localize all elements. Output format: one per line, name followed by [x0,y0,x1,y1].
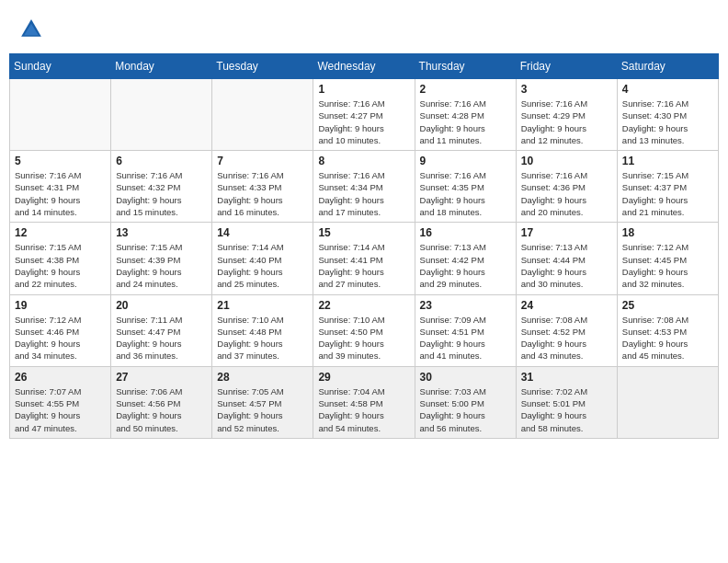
day-info: Sunrise: 7:11 AM Sunset: 4:47 PM Dayligh… [116,314,207,362]
day-info: Sunrise: 7:16 AM Sunset: 4:31 PM Dayligh… [15,169,106,218]
day-number: 30 [420,371,511,384]
calendar-cell: 4Sunrise: 7:16 AM Sunset: 4:30 PM Daylig… [617,79,718,151]
day-number: 12 [15,226,106,239]
day-info: Sunrise: 7:16 AM Sunset: 4:30 PM Dayligh… [622,98,713,146]
day-info: Sunrise: 7:16 AM Sunset: 4:29 PM Dayligh… [521,98,612,146]
calendar-cell: 19Sunrise: 7:12 AM Sunset: 4:46 PM Dayli… [10,294,111,366]
calendar-cell: 1Sunrise: 7:16 AM Sunset: 4:27 PM Daylig… [313,79,415,151]
calendar-cell: 25Sunrise: 7:08 AM Sunset: 4:53 PM Dayli… [617,294,718,366]
col-header-saturday: Saturday [617,54,718,79]
day-info: Sunrise: 7:07 AM Sunset: 4:55 PM Dayligh… [15,385,106,434]
day-info: Sunrise: 7:15 AM Sunset: 4:39 PM Dayligh… [116,241,207,290]
day-number: 10 [521,155,612,167]
day-info: Sunrise: 7:10 AM Sunset: 4:50 PM Dayligh… [318,314,409,362]
day-number: 3 [521,83,612,96]
calendar-cell: 6Sunrise: 7:16 AM Sunset: 4:32 PM Daylig… [111,151,212,223]
day-number: 29 [318,371,409,384]
day-info: Sunrise: 7:10 AM Sunset: 4:48 PM Dayligh… [217,314,308,362]
day-info: Sunrise: 7:16 AM Sunset: 4:28 PM Dayligh… [420,98,511,146]
day-info: Sunrise: 7:04 AM Sunset: 4:58 PM Dayligh… [318,385,409,434]
day-number: 28 [217,371,308,384]
day-info: Sunrise: 7:14 AM Sunset: 4:41 PM Dayligh… [318,241,409,290]
logo-icon [18,17,44,42]
day-number: 2 [420,83,511,96]
calendar-cell: 17Sunrise: 7:13 AM Sunset: 4:44 PM Dayli… [516,223,617,294]
day-number: 11 [622,155,713,167]
day-number: 14 [217,226,308,239]
calendar-cell: 18Sunrise: 7:12 AM Sunset: 4:45 PM Dayli… [617,223,718,294]
calendar-week-row: 26Sunrise: 7:07 AM Sunset: 4:55 PM Dayli… [10,366,719,438]
day-info: Sunrise: 7:06 AM Sunset: 4:56 PM Dayligh… [116,385,207,434]
day-number: 4 [622,83,713,96]
day-number: 22 [318,299,409,312]
day-info: Sunrise: 7:15 AM Sunset: 4:37 PM Dayligh… [622,169,713,218]
day-info: Sunrise: 7:16 AM Sunset: 4:35 PM Dayligh… [420,169,511,218]
calendar-cell: 3Sunrise: 7:16 AM Sunset: 4:29 PM Daylig… [516,79,617,151]
day-number: 18 [622,226,713,239]
col-header-friday: Friday [516,54,617,79]
calendar-cell: 13Sunrise: 7:15 AM Sunset: 4:39 PM Dayli… [111,223,212,294]
day-info: Sunrise: 7:16 AM Sunset: 4:32 PM Dayligh… [116,169,207,218]
day-number: 27 [116,371,207,384]
calendar-cell: 14Sunrise: 7:14 AM Sunset: 4:40 PM Dayli… [212,223,313,294]
col-header-sunday: Sunday [10,54,111,79]
calendar-cell: 2Sunrise: 7:16 AM Sunset: 4:28 PM Daylig… [415,79,516,151]
day-number: 23 [420,299,511,312]
day-number: 7 [217,155,308,167]
calendar-cell [111,79,212,151]
calendar-week-row: 5Sunrise: 7:16 AM Sunset: 4:31 PM Daylig… [10,151,719,223]
page-header [9,9,719,53]
calendar-cell: 22Sunrise: 7:10 AM Sunset: 4:50 PM Dayli… [313,294,415,366]
calendar-cell [212,79,313,151]
calendar-cell: 15Sunrise: 7:14 AM Sunset: 4:41 PM Dayli… [313,223,415,294]
day-info: Sunrise: 7:14 AM Sunset: 4:40 PM Dayligh… [217,241,308,290]
calendar-cell: 8Sunrise: 7:16 AM Sunset: 4:34 PM Daylig… [313,151,415,223]
calendar-cell: 31Sunrise: 7:02 AM Sunset: 5:01 PM Dayli… [516,366,617,438]
day-number: 16 [420,226,511,239]
calendar-header-row: SundayMondayTuesdayWednesdayThursdayFrid… [10,54,719,79]
day-info: Sunrise: 7:13 AM Sunset: 4:44 PM Dayligh… [521,241,612,290]
day-info: Sunrise: 7:16 AM Sunset: 4:34 PM Dayligh… [318,169,409,218]
day-info: Sunrise: 7:02 AM Sunset: 5:01 PM Dayligh… [521,385,612,434]
calendar-cell: 30Sunrise: 7:03 AM Sunset: 5:00 PM Dayli… [415,366,516,438]
day-info: Sunrise: 7:12 AM Sunset: 4:46 PM Dayligh… [15,314,106,362]
day-info: Sunrise: 7:13 AM Sunset: 4:42 PM Dayligh… [420,241,511,290]
day-info: Sunrise: 7:16 AM Sunset: 4:36 PM Dayligh… [521,169,612,218]
calendar-cell: 11Sunrise: 7:15 AM Sunset: 4:37 PM Dayli… [617,151,718,223]
col-header-monday: Monday [111,54,212,79]
day-number: 1 [318,83,409,96]
day-number: 26 [15,371,106,384]
day-info: Sunrise: 7:03 AM Sunset: 5:00 PM Dayligh… [420,385,511,434]
day-info: Sunrise: 7:15 AM Sunset: 4:38 PM Dayligh… [15,241,106,290]
day-info: Sunrise: 7:12 AM Sunset: 4:45 PM Dayligh… [622,241,713,290]
day-number: 13 [116,226,207,239]
day-number: 9 [420,155,511,167]
day-number: 25 [622,299,713,312]
col-header-tuesday: Tuesday [212,54,313,79]
calendar-cell: 21Sunrise: 7:10 AM Sunset: 4:48 PM Dayli… [212,294,313,366]
calendar-cell: 27Sunrise: 7:06 AM Sunset: 4:56 PM Dayli… [111,366,212,438]
day-number: 31 [521,371,612,384]
calendar-cell: 28Sunrise: 7:05 AM Sunset: 4:57 PM Dayli… [212,366,313,438]
calendar-cell: 26Sunrise: 7:07 AM Sunset: 4:55 PM Dayli… [10,366,111,438]
col-header-thursday: Thursday [415,54,516,79]
day-info: Sunrise: 7:05 AM Sunset: 4:57 PM Dayligh… [217,385,308,434]
calendar-cell: 16Sunrise: 7:13 AM Sunset: 4:42 PM Dayli… [415,223,516,294]
calendar-cell: 10Sunrise: 7:16 AM Sunset: 4:36 PM Dayli… [516,151,617,223]
logo [18,17,48,42]
day-info: Sunrise: 7:09 AM Sunset: 4:51 PM Dayligh… [420,314,511,362]
calendar-cell: 23Sunrise: 7:09 AM Sunset: 4:51 PM Dayli… [415,294,516,366]
calendar-cell: 20Sunrise: 7:11 AM Sunset: 4:47 PM Dayli… [111,294,212,366]
day-info: Sunrise: 7:16 AM Sunset: 4:33 PM Dayligh… [217,169,308,218]
calendar-cell: 5Sunrise: 7:16 AM Sunset: 4:31 PM Daylig… [10,151,111,223]
day-number: 6 [116,155,207,167]
day-number: 24 [521,299,612,312]
day-number: 20 [116,299,207,312]
day-number: 17 [521,226,612,239]
calendar-cell: 12Sunrise: 7:15 AM Sunset: 4:38 PM Dayli… [10,223,111,294]
day-number: 15 [318,226,409,239]
calendar-cell: 24Sunrise: 7:08 AM Sunset: 4:52 PM Dayli… [516,294,617,366]
day-info: Sunrise: 7:08 AM Sunset: 4:53 PM Dayligh… [622,314,713,362]
day-info: Sunrise: 7:08 AM Sunset: 4:52 PM Dayligh… [521,314,612,362]
day-number: 19 [15,299,106,312]
